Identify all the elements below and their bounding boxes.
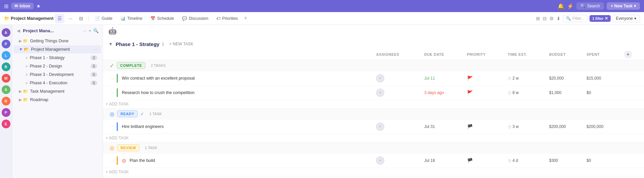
clock-icon: ◷ <box>508 90 511 95</box>
task-name[interactable]: Research how to crush the competition <box>122 90 194 95</box>
task-budget-cell: $1,000 <box>546 86 584 100</box>
task-priority-cell: 🚩 <box>464 71 505 86</box>
priorities-button[interactable]: 🏷 Priorities <box>213 15 241 22</box>
inbox-button[interactable]: ✉ Inbox <box>11 3 34 9</box>
sidebar-item-label: Phase 2 - Design <box>30 64 88 69</box>
bolt-icon[interactable]: ⚡ <box>567 3 574 9</box>
sidebar-item-roadmap[interactable]: ▶ 📁 Roadmap <box>13 96 101 104</box>
col-add[interactable]: + <box>621 49 644 60</box>
task-name[interactable]: Plan the build <box>130 158 155 163</box>
sidebar-item-label: Phase 4 - Execution <box>30 81 88 85</box>
sidebar-search-button[interactable]: 🔍 <box>93 28 99 33</box>
task-assignees-cell: + <box>373 71 422 86</box>
status-badge-review[interactable]: REVIEW <box>117 144 139 151</box>
priority-flag-high[interactable]: 🚩 <box>467 90 473 95</box>
filter-badge[interactable]: 1 filter ✕ <box>589 15 611 22</box>
status-badge-complete[interactable]: COMPLETE <box>117 62 145 69</box>
assignee-placeholder[interactable]: + <box>376 123 384 131</box>
schedule-button[interactable]: 📅 Schedule <box>147 15 177 22</box>
priority-flag-high[interactable]: 🚩 <box>467 76 473 81</box>
due-date[interactable]: Jul 11 <box>424 76 435 81</box>
table-row: ○ Win contract with an excellent proposa… <box>103 71 644 86</box>
table-row: ○ Hire brilliant engineers + Jul 31 🏴 <box>103 120 644 134</box>
filter-search-icon: 🔍 <box>566 16 571 21</box>
add-view-button[interactable]: + <box>244 15 248 22</box>
star-button[interactable]: ★ <box>36 3 41 9</box>
assignee-placeholder[interactable]: + <box>376 89 384 97</box>
task-action-cell <box>621 153 644 168</box>
avatar-E[interactable]: E <box>2 120 10 128</box>
export-icon[interactable]: ⬇ <box>556 15 562 22</box>
sidebar-add-button[interactable]: + <box>88 28 91 33</box>
sidebar-collapse-button[interactable]: ◀ <box>16 28 21 34</box>
new-task-button[interactable]: + NEW TASK <box>167 41 196 47</box>
due-date[interactable]: Jul 18 <box>424 158 435 163</box>
guide-button[interactable]: 📄 Guide <box>92 15 116 22</box>
avatar-R[interactable]: R <box>2 97 10 105</box>
everyone-label: Everyone <box>616 16 633 21</box>
filter-input-placeholder[interactable]: Filter... <box>572 16 584 21</box>
sidebar-item-phase1[interactable]: ≡ Phase 1 - Strategy 2 <box>13 54 101 62</box>
task-check-icon[interactable]: ○ <box>111 158 114 164</box>
sidebar-item-dots[interactable]: ··· <box>94 47 97 51</box>
task-check-icon[interactable]: ○ <box>111 90 114 96</box>
due-date[interactable]: 3 days ago <box>424 90 444 95</box>
priority-flag-medium[interactable]: 🏴 <box>467 158 473 163</box>
assignee-placeholder[interactable]: + <box>376 74 384 82</box>
avatar-S[interactable]: S <box>2 85 10 94</box>
task-color-bar <box>117 88 118 97</box>
robot-icon[interactable]: 🤖 <box>108 27 117 35</box>
priority-flag-medium[interactable]: 🏴 <box>467 124 473 129</box>
bell-icon[interactable]: 🔔 <box>558 3 564 9</box>
avatar-L[interactable]: L <box>2 51 10 60</box>
avatar-B[interactable]: B <box>2 62 10 71</box>
avatar-A[interactable]: A <box>2 28 10 37</box>
timeline-button[interactable]: 📊 Timeline <box>117 15 146 22</box>
breadcrumb-folder-label[interactable]: Project Management <box>11 16 53 21</box>
add-task-cell[interactable]: + ADD TASK <box>103 134 644 142</box>
settings-icon[interactable]: ⚙ <box>548 15 555 22</box>
sidebar-item-getting-things-done[interactable]: ▶ 📁 Getting Things Done <box>13 37 101 45</box>
avatar-P2[interactable]: P <box>2 108 10 117</box>
avatar-P1[interactable]: P <box>2 40 10 48</box>
filter-close-icon[interactable]: ✕ <box>605 16 608 21</box>
nav-divider-1 <box>88 15 89 21</box>
add-task-row-review[interactable]: + ADD TASK <box>103 168 644 176</box>
sidebar-item-project-management[interactable]: ▼ 📂 Project Management ··· <box>13 45 101 53</box>
discussion-button[interactable]: 💬 Discussion <box>179 15 212 22</box>
add-task-cell[interactable]: + ADD TASK <box>103 168 644 176</box>
due-date[interactable]: Jul 31 <box>424 124 435 129</box>
ready-toggle[interactable]: ◎ <box>110 111 114 117</box>
add-task-row-complete[interactable]: + ADD TASK <box>103 100 644 108</box>
table-icon[interactable]: ⊟ <box>542 15 548 22</box>
sidebar-item-phase2[interactable]: ≡ Phase 2 - Design 5 <box>13 62 101 70</box>
sidebar-dots-button[interactable]: ··· <box>83 28 87 33</box>
sidebar-item-task-management[interactable]: ▶ 📁 Task Management <box>13 87 101 95</box>
sidebar-item-phase3[interactable]: ≡ Phase 3 - Development 5 <box>13 71 101 79</box>
columns-icon[interactable]: ⊞ <box>535 15 541 22</box>
view-options-button[interactable]: ··· <box>66 14 75 23</box>
review-toggle[interactable]: ◎ <box>110 145 114 151</box>
everyone-button[interactable]: Everyone ▾ <box>612 15 640 22</box>
list-view-button[interactable]: ☰ <box>55 14 64 23</box>
search-button[interactable]: 🔍 Search <box>576 2 604 10</box>
grid-icon[interactable]: ⊞ <box>4 3 8 9</box>
add-task-row-ready[interactable]: + ADD TASK <box>103 134 644 142</box>
avatar-M[interactable]: M <box>2 74 10 83</box>
sidebar-item-phase4[interactable]: ≡ Phase 4 - Execution 5 <box>13 79 101 87</box>
complete-toggle[interactable]: ✓ <box>110 62 114 69</box>
status-row-review: ◎ REVIEW 1 TASK <box>103 142 644 153</box>
new-task-button[interactable]: + New Task ▾ <box>607 2 640 10</box>
task-check-icon[interactable]: ○ <box>111 76 114 81</box>
task-name[interactable]: Win contract with an excellent proposal <box>122 76 195 81</box>
status-badge-ready[interactable]: READY <box>117 110 138 117</box>
task-check-icon[interactable]: ○ <box>111 124 114 130</box>
phase-collapse-button[interactable]: ▼ <box>108 41 113 47</box>
assignee-placeholder[interactable]: + <box>376 157 384 165</box>
list-icon: ≡ <box>26 56 28 60</box>
panel-view-button[interactable]: ⊟ <box>76 14 86 23</box>
task-name[interactable]: Hire brilliant engineers <box>122 124 164 129</box>
add-task-cell[interactable]: + ADD TASK <box>103 100 644 108</box>
phase-info-icon[interactable]: ℹ <box>162 42 164 47</box>
folder-icon: ▶ 📁 <box>19 39 28 43</box>
